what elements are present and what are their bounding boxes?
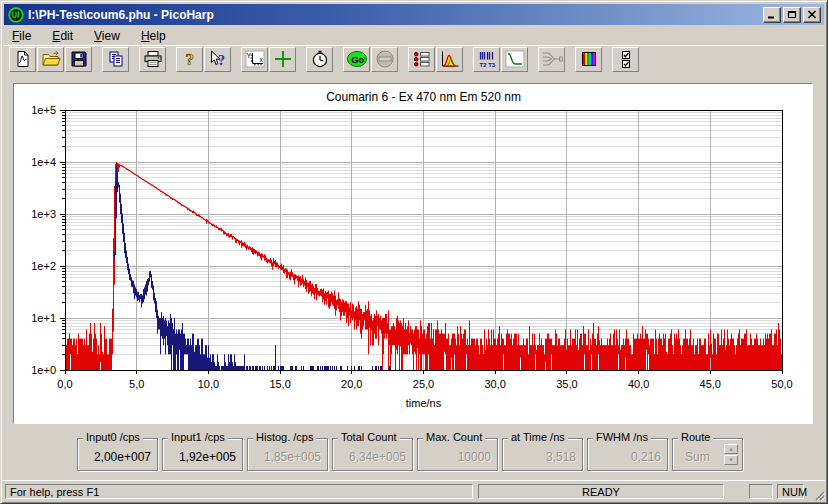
title-bar[interactable]: I:\PH-Test\coum6.phu - PicoHarp: [4, 4, 824, 25]
svg-text:1e+4: 1e+4: [31, 156, 56, 168]
stop-icon: [375, 50, 395, 70]
copy-icon: [107, 50, 125, 70]
field-at-time-ns: at Time /ns3,518: [502, 438, 583, 471]
field-histog-cps: Histog. /cps1,85e+005: [247, 438, 328, 471]
menu-item-edit[interactable]: Edit: [44, 27, 81, 45]
svg-text:30,0: 30,0: [484, 378, 505, 390]
svg-text:?: ?: [218, 52, 225, 67]
minimize-button[interactable]: [763, 7, 781, 23]
print-icon: [143, 50, 163, 70]
svg-text:time/ns: time/ns: [406, 397, 442, 409]
print-button[interactable]: [139, 47, 166, 72]
field-label: Histog. /cps: [253, 431, 316, 443]
svg-text:25,0: 25,0: [413, 378, 434, 390]
svg-text:45,0: 45,0: [700, 378, 721, 390]
svg-text:5,0: 5,0: [129, 378, 144, 390]
new-file-button[interactable]: [9, 47, 36, 72]
axis-scaling-icon: Yx: [245, 50, 265, 70]
channel-settings-icon: [412, 50, 432, 70]
field-route: RouteSum▲▼: [672, 438, 743, 471]
routing-icon: [541, 50, 563, 70]
acquisition-time-button[interactable]: [306, 47, 333, 72]
maximize-button[interactable]: [783, 7, 801, 23]
field-value: 0,216: [631, 450, 661, 464]
field-total-count: Total Count6,34e+005: [332, 438, 413, 471]
field-input1-cps: Input1 /cps1,92e+005: [162, 438, 243, 471]
new-file-icon: [14, 50, 32, 70]
field-value: 3,518: [546, 450, 576, 464]
picoharp-app-icon: [8, 7, 24, 23]
decay-curve-button[interactable]: [501, 47, 528, 72]
color-map-button[interactable]: [575, 47, 602, 72]
status-numlock-indicator: NUM: [777, 484, 804, 499]
help-button[interactable]: ?: [176, 47, 203, 72]
menu-item-view[interactable]: View: [86, 27, 128, 45]
svg-text:35,0: 35,0: [556, 378, 577, 390]
field-value: 2,00e+007: [94, 450, 151, 464]
display-options-button[interactable]: [612, 47, 639, 72]
resize-grip[interactable]: [812, 488, 825, 501]
svg-text:20,0: 20,0: [341, 378, 362, 390]
display-options-icon: [618, 50, 634, 70]
field-label: Input0 /cps: [83, 431, 143, 443]
histogram-display-button[interactable]: [436, 47, 463, 72]
field-label: FWHM /ns: [593, 431, 651, 443]
close-button[interactable]: [803, 7, 821, 23]
svg-text:1e+3: 1e+3: [31, 208, 56, 220]
routing-button: [538, 47, 565, 72]
field-label: Input1 /cps: [168, 431, 228, 443]
help-icon: ?: [182, 50, 198, 70]
rate-meter-panel: Input0 /cps2,00e+007Input1 /cps1,92e+005…: [77, 438, 747, 476]
field-value: 6,34e+005: [349, 450, 406, 464]
svg-text:Go: Go: [351, 53, 364, 64]
status-ready-indicator: READY: [478, 484, 724, 499]
go-button[interactable]: Go: [343, 47, 370, 72]
status-blank-pane: [749, 484, 773, 499]
svg-text:?: ?: [185, 50, 194, 68]
color-map-icon: [580, 50, 598, 70]
status-bar: For help, press F1 READY NUM: [3, 480, 825, 501]
svg-text:1e+1: 1e+1: [31, 312, 56, 324]
field-label: Max. Count: [423, 431, 485, 443]
menu-bar: FileEditViewHelp: [4, 26, 824, 45]
route-spin-up-button[interactable]: ▲: [724, 444, 738, 454]
svg-text:15,0: 15,0: [269, 378, 290, 390]
menu-item-help[interactable]: Help: [133, 27, 174, 45]
t2t3-mode-icon: T2 T3: [477, 50, 497, 70]
go-icon: Go: [346, 50, 368, 70]
field-value: Sum: [685, 450, 710, 464]
histogram-panel: Coumarin 6 - Ex 470 nm Em 520 nm1e+01e+1…: [13, 83, 813, 424]
field-label: Total Count: [338, 431, 400, 443]
axis-scaling-button[interactable]: Yx: [241, 47, 268, 72]
svg-text:1e+5: 1e+5: [31, 104, 56, 116]
cursor-cross-button[interactable]: [269, 47, 296, 72]
svg-text:40,0: 40,0: [628, 378, 649, 390]
svg-text:Y: Y: [246, 51, 251, 58]
route-spin-down-button[interactable]: ▼: [724, 455, 738, 465]
svg-text:0,0: 0,0: [57, 378, 72, 390]
field-max-count: Max. Count10000: [417, 438, 498, 471]
copy-button[interactable]: [102, 47, 129, 72]
svg-text:1e+0: 1e+0: [31, 364, 56, 376]
context-help-icon: ?: [208, 50, 228, 70]
window-title: I:\PH-Test\coum6.phu - PicoHarp: [28, 8, 763, 22]
stop-button: [371, 47, 398, 72]
acquisition-time-icon: [311, 50, 329, 70]
histogram-display-icon: [440, 50, 460, 70]
context-help-button[interactable]: ?: [204, 47, 231, 72]
open-file-button[interactable]: [37, 47, 64, 72]
status-message: For help, press F1: [5, 484, 473, 499]
save-file-button[interactable]: [65, 47, 92, 72]
cursor-cross-icon: [273, 50, 293, 70]
field-label: at Time /ns: [508, 431, 568, 443]
svg-text:50,0: 50,0: [771, 378, 792, 390]
svg-text:Coumarin 6 - Ex 470 nm Em 520: Coumarin 6 - Ex 470 nm Em 520 nm: [326, 90, 521, 104]
svg-text:1e+2: 1e+2: [31, 260, 56, 272]
menu-item-file[interactable]: File: [4, 27, 39, 45]
field-fwhm-ns: FWHM /ns0,216: [587, 438, 668, 471]
channel-settings-button[interactable]: [408, 47, 435, 72]
t2t3-mode-button[interactable]: T2 T3: [473, 47, 500, 72]
decay-curve-icon: [505, 50, 525, 70]
svg-text:10,0: 10,0: [198, 378, 219, 390]
field-label: Route: [678, 431, 713, 443]
